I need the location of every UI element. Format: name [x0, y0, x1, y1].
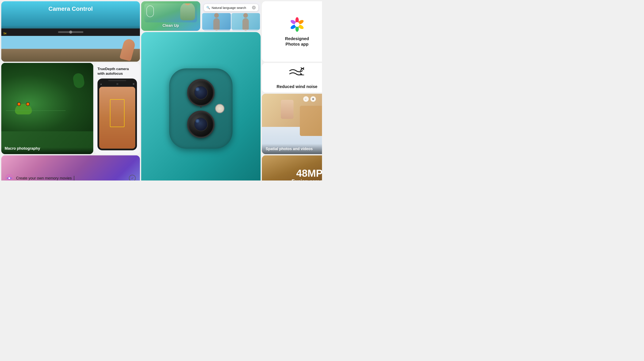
photos-app-icon — [289, 16, 306, 33]
top-camera-lens — [187, 79, 214, 106]
natural-search-tile: 🔍 Natural language search ✕ — [202, 1, 260, 31]
phone-screen — [99, 87, 135, 149]
fusion-text: 48MP Fusion camera with 2x Telephoto — [292, 168, 322, 181]
spatial-overlay: Spatial photos and videos — [262, 144, 322, 154]
memory-movies-tile: Create your own memory movies ✓ — [1, 155, 140, 181]
landscape-photo — [1, 36, 140, 62]
search-photo-2 — [232, 13, 260, 30]
spatial-ui-controls: ← ⚙ — [303, 96, 316, 102]
frog-visual — [1, 63, 93, 131]
spatial-back-btn[interactable]: ← — [303, 96, 309, 102]
search-photo-3 — [202, 31, 231, 31]
memory-cursor — [74, 176, 74, 181]
clean-up-label: Clean Up — [162, 24, 179, 28]
person-in-photo-1 — [202, 13, 231, 30]
landscape-horizon — [1, 49, 140, 49]
focus-box — [110, 99, 124, 127]
camera-flash — [215, 104, 224, 113]
memory-check-button[interactable]: ✓ — [129, 175, 136, 181]
memory-text: Create your own memory movies — [16, 176, 72, 181]
camera-microphone — [200, 106, 202, 108]
camera-module — [169, 68, 232, 149]
wind-icon — [289, 67, 306, 82]
macro-photography-tile: Macro photography — [1, 63, 93, 154]
svg-point-7 — [294, 22, 299, 27]
memory-input-area: Create your own memory movies — [16, 176, 126, 181]
spatial-title: Spatial photos and videos — [266, 147, 313, 151]
search-bar[interactable]: 🔍 Natural language search ✕ — [204, 4, 258, 12]
fusion-sub-text: Fusion camera — [292, 178, 322, 181]
phone-top-bar — [108, 80, 126, 81]
lens-inner-dot — [196, 87, 200, 91]
person-in-photo-2 — [232, 13, 260, 30]
bottom-camera-lens — [187, 111, 214, 138]
truedepth-tile: TrueDepth camera with autofocus ▲ ⊡ ⊠ — [94, 63, 140, 154]
camera-control-title: Camera Control — [6, 6, 136, 12]
frog-eye-left — [17, 102, 21, 106]
camera-control-tile: Camera Control 1x — [1, 1, 140, 62]
search-icon: 🔍 — [206, 6, 210, 9]
frog-body — [15, 104, 32, 114]
person-in-photo-3 — [202, 31, 231, 31]
spatial-photos-tile: ← ⚙ Spatial photos and videos — [262, 94, 322, 154]
wind-noise-title: Reduced wind noise — [277, 84, 317, 89]
frog-eye-right — [26, 102, 30, 106]
search-text: Natural language search — [212, 6, 250, 10]
camera-control-bar: 1x — [1, 29, 140, 36]
spatial-settings-btn[interactable]: ⚙ — [310, 96, 316, 102]
fusion-main-text: 48MP — [292, 168, 322, 178]
macro-title: Macro photography — [5, 146, 40, 151]
camera-control-pill — [58, 31, 83, 33]
person-in-photo-4 — [232, 31, 260, 31]
truedepth-phone: ▲ ⊡ ⊠ — [98, 79, 137, 150]
finger-visual — [120, 38, 136, 61]
camera-control-visual: 1x — [1, 29, 140, 62]
search-photo-4 — [232, 31, 260, 31]
search-clear-icon[interactable]: ✕ — [252, 6, 256, 10]
search-photo-1 — [202, 13, 231, 30]
memory-icon — [6, 174, 13, 181]
photos-app-tile: Redesigned Photos app — [262, 1, 322, 62]
lens-inner-dot-2 — [196, 119, 200, 123]
zoom-indicator: 1x — [4, 32, 6, 35]
truedepth-title: TrueDepth camera with autofocus — [98, 67, 137, 76]
macro-overlay: Macro photography — [1, 143, 93, 154]
wind-noise-tile: Reduced wind noise — [262, 63, 322, 93]
center-camera-tile — [141, 32, 260, 181]
svg-point-9 — [8, 177, 10, 179]
photos-app-title: Redesigned Photos app — [285, 36, 309, 47]
search-photos-grid — [202, 13, 260, 31]
clean-up-tile: Clean Up — [141, 1, 200, 31]
fusion-camera-tile: 48MP Fusion camera with 2x Telephoto — [262, 155, 322, 181]
